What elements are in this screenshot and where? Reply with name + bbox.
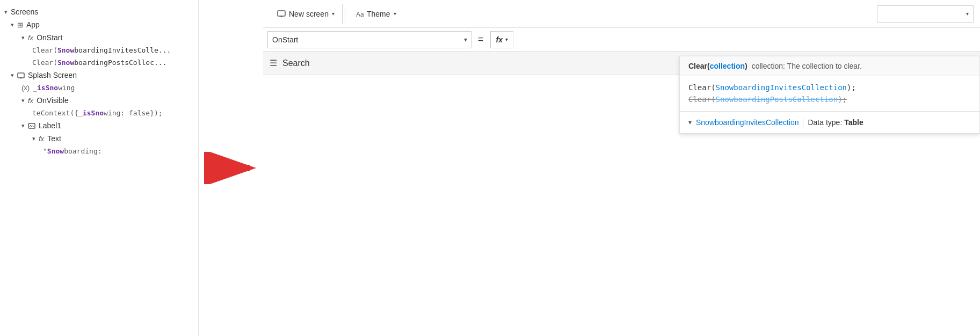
clear-invites-item: Clear(SnowboardingInvitesColle... bbox=[0, 44, 198, 56]
hamburger-icon[interactable]: ☰ bbox=[270, 58, 277, 68]
clear-prefix-2: Clear( bbox=[688, 95, 716, 104]
text-chevron: ▾ bbox=[32, 135, 35, 142]
text-fx-icon: fx bbox=[39, 135, 44, 143]
splash-chevron: ▾ bbox=[11, 72, 14, 79]
app-icon: ⊞ bbox=[17, 21, 23, 29]
equals-sign: = bbox=[478, 34, 484, 45]
label1-chevron: ▾ bbox=[21, 122, 25, 129]
issnowing-icon: (x) bbox=[21, 84, 30, 92]
app-item[interactable]: ▾ ⊞ App bbox=[0, 18, 198, 31]
label1-label: Label1 bbox=[39, 121, 61, 130]
onstart-item[interactable]: ▾ fx OnStart bbox=[0, 31, 198, 44]
onvisible-label: OnVisible bbox=[37, 96, 69, 105]
svg-rect-6 bbox=[278, 11, 285, 16]
onvisible-chevron: ▾ bbox=[21, 97, 25, 104]
new-screen-label: New screen bbox=[289, 10, 329, 18]
snowboarding-text-item: "Snowboarding: bbox=[0, 145, 198, 157]
data-type-value: Table bbox=[844, 118, 863, 127]
onvisible-fx-icon: fx bbox=[28, 97, 33, 105]
text-label: Text bbox=[47, 134, 61, 143]
splash-screen-label: Splash Screen bbox=[28, 71, 77, 79]
ac-param-highlight: collection bbox=[710, 62, 745, 70]
property-selector-wrapper: OnStart ▾ bbox=[267, 31, 471, 48]
formula-line-2: Clear(SnowboardingPostsCollection); bbox=[688, 93, 971, 105]
autocomplete-formula-area: Clear(SnowboardingInvitesCollection); Cl… bbox=[680, 76, 979, 112]
fx-label: fx bbox=[496, 35, 503, 44]
new-screen-chevron: ▾ bbox=[332, 11, 335, 17]
collection-name[interactable]: SnowboardingInvitesCollection bbox=[696, 118, 798, 127]
arrow-icon bbox=[204, 152, 258, 184]
fx-button[interactable]: fx ▾ bbox=[490, 31, 513, 48]
ac-close-paren: ) bbox=[745, 62, 747, 70]
toolbar-dropdown[interactable]: ▾ bbox=[877, 5, 974, 23]
monitor-icon bbox=[277, 10, 286, 18]
tecontext-code: teContext({_isSnowing: false}); bbox=[32, 109, 163, 117]
screens-chevron: ▾ bbox=[4, 9, 8, 16]
posts-collection: SnowboardingPostsCollection bbox=[716, 95, 838, 104]
ac-func-name: Clear(collection) bbox=[688, 62, 747, 70]
main-content-area: OnStart ▾ = fx ▾ ☰ Search ✕ Clear(collec… bbox=[263, 28, 980, 336]
screens-header[interactable]: ▾ Screens bbox=[0, 5, 198, 18]
onvisible-item[interactable]: ▾ fx OnVisible bbox=[0, 94, 198, 107]
theme-label: Theme bbox=[367, 10, 390, 18]
onstart-label: OnStart bbox=[37, 33, 62, 42]
clear-posts-item: Clear(SnowboardingPostsCollec... bbox=[0, 56, 198, 69]
invites-collection: SnowboardingInvitesCollection bbox=[716, 83, 847, 92]
collection-divider bbox=[803, 117, 803, 128]
toolbar: New screen ▾ Aa Theme ▾ ▾ bbox=[263, 0, 980, 28]
toolbar-dropdown-chevron: ▾ bbox=[966, 11, 969, 17]
clear-suffix-1: ); bbox=[847, 83, 856, 92]
ac-description: collection: The collection to clear. bbox=[752, 62, 862, 70]
arrow-area bbox=[199, 0, 263, 336]
autocomplete-panel: Clear(collection) collection: The collec… bbox=[679, 56, 980, 134]
onstart-fx-icon: fx bbox=[28, 34, 33, 42]
new-screen-button[interactable]: New screen ▾ bbox=[270, 4, 343, 24]
splash-screen-icon bbox=[17, 71, 25, 79]
svg-text:Aa: Aa bbox=[356, 11, 364, 18]
screens-label: Screens bbox=[11, 8, 38, 16]
formula-line-1: Clear(SnowboardingInvitesCollection); bbox=[688, 82, 971, 93]
svg-rect-0 bbox=[18, 73, 24, 78]
data-type-label: Data type: Table bbox=[808, 118, 863, 127]
issnowing-label: _isSnowing bbox=[33, 84, 75, 92]
formula-bar: OnStart ▾ = fx ▾ bbox=[263, 28, 980, 52]
chevron-collection: ▾ bbox=[688, 119, 692, 126]
svg-rect-3 bbox=[28, 123, 35, 128]
right-area: New screen ▾ Aa Theme ▾ ▾ OnStart bbox=[263, 0, 980, 336]
theme-button[interactable]: Aa Theme ▾ bbox=[347, 4, 404, 24]
ac-clear-text: Clear( bbox=[688, 62, 710, 70]
left-panel: ▾ Screens ▾ ⊞ App ▾ fx OnStart Clear(Sno… bbox=[0, 0, 199, 336]
autocomplete-header: Clear(collection) collection: The collec… bbox=[680, 56, 979, 76]
theme-chevron: ▾ bbox=[394, 11, 396, 17]
onstart-chevron: ▾ bbox=[21, 34, 25, 41]
tecontext-item: teContext({_isSnowing: false}); bbox=[0, 107, 198, 119]
data-type-key: Data type: bbox=[808, 118, 842, 127]
theme-icon: Aa bbox=[355, 10, 364, 18]
text-item[interactable]: ▾ fx Text bbox=[0, 132, 198, 145]
label1-item[interactable]: ▾ Label1 bbox=[0, 119, 198, 132]
label1-icon bbox=[28, 121, 35, 130]
autocomplete-collection-row: ▾ SnowboardingInvitesCollection Data typ… bbox=[680, 112, 979, 134]
clear-invites-code: Clear(SnowboardingInvitesColle... bbox=[32, 46, 171, 54]
property-selector[interactable]: OnStart bbox=[267, 31, 471, 48]
snowboarding-text-code: "Snowboarding: bbox=[43, 147, 102, 155]
fx-chevron-icon: ▾ bbox=[505, 36, 507, 42]
app-chevron: ▾ bbox=[11, 21, 14, 28]
clear-posts-code: Clear(SnowboardingPostsCollec... bbox=[32, 59, 166, 67]
clear-suffix-2: ); bbox=[838, 95, 847, 104]
issnowing-item[interactable]: (x) _isSnowing bbox=[0, 82, 198, 94]
splash-screen-item[interactable]: ▾ Splash Screen bbox=[0, 69, 198, 82]
clear-prefix-1: Clear( bbox=[688, 83, 716, 92]
toolbar-divider-1 bbox=[345, 6, 345, 21]
app-label: App bbox=[26, 20, 40, 29]
